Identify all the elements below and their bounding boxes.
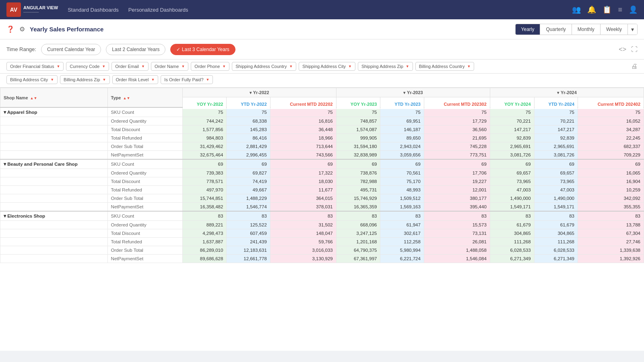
data-cell: 378,031 xyxy=(270,203,336,212)
shop-name-header[interactable]: Shop Name ▲▼ xyxy=(0,88,108,108)
data-cell: 69 xyxy=(578,159,644,169)
col-yoy-2024[interactable]: YOY Yr-2024 xyxy=(490,99,534,109)
data-cell: 495,731 xyxy=(336,186,380,194)
table-row: NetPaymentSet32,675,4642,996,455743,5663… xyxy=(0,151,644,160)
type-cell: NetPaymentSet xyxy=(107,151,182,160)
type-cell: NetPaymentSet xyxy=(107,255,182,263)
time-last-3-years[interactable]: ✓ Last 3 Calendar Years xyxy=(170,44,235,55)
group-toggle-icon[interactable]: ▾ xyxy=(4,110,7,115)
data-cell: 83 xyxy=(490,211,534,221)
table-row: NetPaymentSet89,686,62812,661,7783,130,9… xyxy=(0,255,644,263)
data-cell: 16,065 xyxy=(578,169,644,177)
nav-standard-dashboards[interactable]: Standard Dashboards xyxy=(68,7,118,13)
data-cell: 1,488,229 xyxy=(227,194,270,203)
type-cell: Total Discount xyxy=(107,177,182,186)
period-selector: Yearly Quarterly Monthly Weekly ▾ xyxy=(515,24,638,35)
sliders-icon[interactable]: ≡ xyxy=(618,6,622,14)
group-toggle-icon[interactable]: ▾ xyxy=(4,162,7,167)
filter-shipping-zip[interactable]: Shipping Address Zip ▼ xyxy=(358,62,413,71)
data-cell: 2,965,691 xyxy=(534,142,578,151)
filter-billing-city[interactable]: Billing Address City ▼ xyxy=(6,75,58,84)
filter-shipping-country[interactable]: Shipping Address Country ▼ xyxy=(232,62,296,71)
data-cell: 31,502 xyxy=(270,221,336,229)
data-cell: 16,365,359 xyxy=(336,203,380,212)
logo-area: AV ANGULAR VIEW ────── xyxy=(6,2,58,17)
data-cell: 782,988 xyxy=(336,177,380,186)
users-icon[interactable]: 👥 xyxy=(572,5,581,14)
filter-bar: Order Financial Status ▼ Currency Code ▼… xyxy=(0,60,644,74)
filter-label: Billing Address Country xyxy=(419,64,465,69)
filter-label: Order Name xyxy=(155,64,179,69)
data-cell: 70,221 xyxy=(534,117,578,125)
period-more[interactable]: ▾ xyxy=(628,24,637,35)
fullscreen-icon[interactable]: ⛶ xyxy=(631,46,638,53)
data-cell: 68,338 xyxy=(227,117,270,125)
data-cell: 89,686,628 xyxy=(182,255,227,263)
clipboard-icon[interactable]: 📋 xyxy=(603,5,611,14)
code-icon[interactable]: <> xyxy=(619,46,626,53)
user-icon[interactable]: 👤 xyxy=(629,5,638,14)
col-yoy-2022[interactable]: YOY Yr-2022 xyxy=(182,99,227,109)
data-cell: 16,904 xyxy=(578,177,644,186)
time-last-2-years[interactable]: Last 2 Calendar Years xyxy=(106,44,165,55)
help-icon[interactable]: ❓ xyxy=(6,25,14,33)
filter-currency-code[interactable]: Currency Code ▼ xyxy=(66,62,109,71)
settings-icon[interactable]: ⚙ xyxy=(19,25,25,33)
col-yoy-2023[interactable]: YOY Yr-2023 xyxy=(336,99,380,109)
filter-order-phone[interactable]: Order Phone ▼ xyxy=(191,62,229,71)
data-cell: 607,459 xyxy=(227,229,270,238)
group-name-cell xyxy=(0,194,108,203)
data-cell: 64,790,375 xyxy=(336,246,380,255)
filter-icon: ▼ xyxy=(181,64,185,68)
group-toggle-icon[interactable]: ▾ xyxy=(4,214,7,218)
filter-label: Billing Address Zip xyxy=(64,77,100,82)
type-header[interactable]: Type ▲▼ xyxy=(107,88,182,108)
data-cell: 69,827 xyxy=(227,169,270,177)
filter-fully-paid[interactable]: Is Order Fully Paid? ▼ xyxy=(161,75,213,84)
time-current-year[interactable]: Current Calendar Year xyxy=(41,44,101,55)
filter-order-financial-status[interactable]: Order Financial Status ▼ xyxy=(6,62,64,71)
data-cell: 48,993 xyxy=(380,186,424,194)
period-monthly[interactable]: Monthly xyxy=(572,24,601,35)
filter-label: Order Financial Status xyxy=(10,64,54,69)
filter-icon: ▼ xyxy=(102,64,105,68)
filter-label: Currency Code xyxy=(70,64,99,69)
data-cell: 6,221,724 xyxy=(380,255,424,263)
nav-personalized-dashboards[interactable]: Personalized Dashboards xyxy=(128,7,188,13)
type-cell: Total Refunded xyxy=(107,186,182,194)
print-icon[interactable]: 🖨 xyxy=(631,63,638,70)
data-cell: 32,838,989 xyxy=(336,151,380,160)
col-ytd-2024[interactable]: YTD Yr-2024 xyxy=(534,99,578,109)
filter-billing-zip[interactable]: Billing Address Zip ▼ xyxy=(60,75,109,84)
bell-icon[interactable]: 🔔 xyxy=(587,5,596,14)
data-cell: 73,965 xyxy=(534,177,578,186)
filter-billing-country[interactable]: Billing Address Country ▼ xyxy=(415,62,475,71)
col-mtd-2023[interactable]: Current MTD 202302 xyxy=(424,99,490,109)
data-cell: 16,816 xyxy=(270,117,336,125)
data-cell: 83 xyxy=(227,211,270,221)
filter-order-name[interactable]: Order Name ▼ xyxy=(151,62,188,71)
group-name-cell xyxy=(0,221,108,229)
data-cell: 21,695 xyxy=(424,134,490,142)
data-cell: 67,304 xyxy=(578,229,644,238)
period-quarterly[interactable]: Quarterly xyxy=(540,24,572,35)
col-ytd-2023[interactable]: YTD Yr-2023 xyxy=(380,99,424,109)
col-mtd-2022[interactable]: Current MTD 202202 xyxy=(270,99,336,109)
data-cell: 89,650 xyxy=(380,134,424,142)
type-cell: SKU Count xyxy=(107,159,182,169)
filter-order-risk[interactable]: Order Risk Level ▼ xyxy=(112,75,159,84)
col-ytd-2022[interactable]: YTD Yr-2022 xyxy=(227,99,270,109)
data-cell: 49,667 xyxy=(227,186,270,194)
data-cell: 18,030 xyxy=(270,177,336,186)
sales-table: Shop Name ▲▼ Type ▲▼ ▾Yr-2022 ▾Yr-2023 ▾… xyxy=(0,88,644,263)
filter-shipping-city[interactable]: Shipping Address City ▼ xyxy=(299,62,355,71)
top-navigation: AV ANGULAR VIEW ────── Standard Dashboar… xyxy=(0,0,644,19)
data-cell: 111,268 xyxy=(490,238,534,246)
data-cell: 2,881,429 xyxy=(227,142,270,151)
filter-order-email[interactable]: Order Email ▼ xyxy=(111,62,149,71)
filter-icon: ▼ xyxy=(141,64,145,68)
type-cell: Order Sub Total xyxy=(107,194,182,203)
period-weekly[interactable]: Weekly xyxy=(601,24,628,35)
period-yearly[interactable]: Yearly xyxy=(516,24,541,35)
col-mtd-2024[interactable]: Current MTD 202402 xyxy=(578,99,644,109)
